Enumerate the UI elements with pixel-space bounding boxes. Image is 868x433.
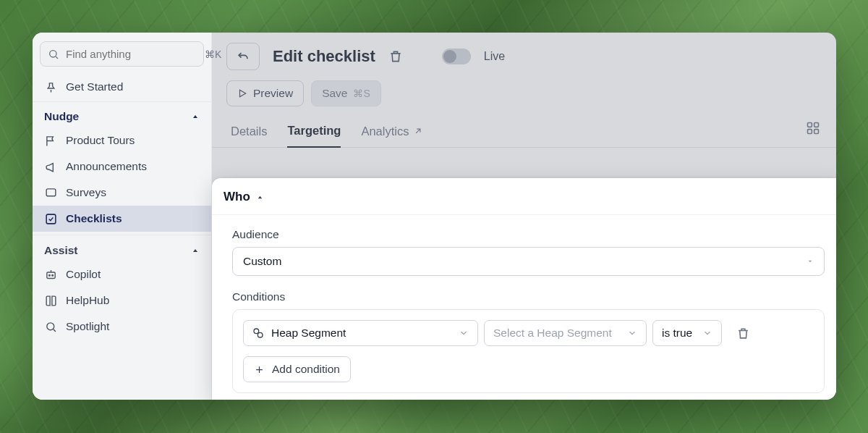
condition-row: Heap Segment Select a Heap Segment (243, 320, 814, 346)
chevron-up-icon (191, 246, 200, 255)
svg-line-8 (53, 329, 55, 331)
save-shortcut: ⌘S (353, 88, 370, 99)
svg-point-13 (254, 329, 259, 334)
conditions-label: Conditions (232, 290, 825, 303)
sidebar-item-surveys[interactable]: Surveys (33, 180, 211, 206)
sidebar-item-label: Copilot (66, 268, 101, 281)
sidebar-item-product-tours[interactable]: Product Tours (33, 127, 211, 154)
play-icon (237, 88, 247, 98)
delete-button[interactable] (388, 49, 403, 64)
tab-targeting[interactable]: Targeting (287, 124, 341, 148)
svg-point-6 (51, 274, 53, 276)
conditions-box: Heap Segment Select a Heap Segment (232, 309, 825, 393)
tab-analytics[interactable]: Analytics (361, 124, 423, 147)
sidebar-item-checklists[interactable]: Checklists (33, 206, 211, 232)
search-input[interactable]: ⌘K (40, 41, 204, 67)
chevron-down-icon (627, 328, 637, 338)
pin-icon (44, 80, 57, 93)
chevron-up-icon (191, 112, 200, 121)
svg-point-5 (48, 274, 50, 276)
sidebar-item-label: Announcements (66, 160, 147, 173)
save-button[interactable]: Save ⌘S (311, 80, 381, 106)
megaphone-icon (44, 160, 57, 173)
who-panel-header[interactable]: Who (212, 178, 836, 215)
sidebar-group-nudge[interactable]: Nudge (33, 102, 211, 127)
svg-rect-10 (814, 123, 819, 127)
chat-icon (44, 186, 57, 199)
sidebar-item-label: HelpHub (66, 294, 109, 307)
sidebar-item-label: Spotlight (66, 320, 109, 333)
select-value: Custom (243, 255, 281, 268)
svg-rect-2 (46, 188, 56, 196)
tab-label: Details (231, 125, 267, 138)
button-label: Save (322, 87, 347, 100)
book-icon (44, 294, 57, 307)
chevron-down-icon (459, 328, 469, 338)
sidebar-item-label: Product Tours (66, 134, 135, 147)
toggle-knob (443, 50, 456, 63)
svg-point-14 (258, 332, 263, 337)
svg-line-1 (56, 56, 58, 59)
live-label: Live (484, 50, 505, 63)
search-icon (44, 320, 57, 333)
search-field[interactable] (64, 47, 205, 61)
sidebar-item-label: Checklists (66, 212, 122, 225)
who-panel-body: Audience Custom Conditions (212, 215, 836, 400)
svg-point-0 (50, 50, 56, 56)
plus-icon (254, 364, 265, 375)
delete-condition-button[interactable] (736, 327, 750, 340)
tab-label: Targeting (287, 124, 341, 138)
sidebar-item-helphub[interactable]: HelpHub (33, 287, 211, 314)
external-link-icon (413, 126, 423, 136)
main-area: Edit checklist Live Preview Save ⌘S (212, 33, 836, 400)
select-placeholder: Select a Heap Segment (493, 327, 612, 340)
audience-label: Audience (232, 228, 825, 241)
condition-operator-select[interactable]: is true (652, 320, 722, 346)
svg-point-7 (46, 322, 54, 329)
flag-icon (44, 134, 57, 147)
sidebar-group-assist[interactable]: Assist (33, 235, 211, 261)
button-label: Preview (253, 87, 293, 100)
condition-type-select[interactable]: Heap Segment (243, 320, 478, 346)
chevron-up-icon (256, 193, 264, 201)
tabs: Details Targeting Analytics (212, 106, 836, 148)
heap-icon (252, 327, 264, 339)
tab-label: Analytics (361, 125, 409, 138)
audience-select[interactable]: Custom (232, 247, 825, 276)
search-icon (48, 49, 59, 60)
page-title: Edit checklist (273, 47, 375, 66)
sidebar-item-copilot[interactable]: Copilot (33, 261, 211, 287)
who-panel: Who Audience Custom Conditions (212, 178, 836, 400)
sidebar-item-spotlight[interactable]: Spotlight (33, 314, 211, 340)
svg-rect-11 (808, 130, 812, 134)
condition-segment-select[interactable]: Select a Heap Segment (484, 320, 647, 346)
panel-title: Who (224, 190, 250, 204)
tab-details[interactable]: Details (231, 124, 267, 147)
svg-rect-12 (814, 130, 819, 134)
actionbar: Preview Save ⌘S (212, 70, 836, 106)
select-value: Heap Segment (271, 327, 346, 340)
robot-icon (44, 268, 57, 281)
app-window: ⌘K Get Started Nudge Product Tours Annou… (33, 33, 836, 400)
topbar: Edit checklist Live (212, 33, 836, 70)
sidebar-item-announcements[interactable]: Announcements (33, 154, 211, 180)
svg-rect-9 (808, 123, 812, 127)
sidebar-item-get-started[interactable]: Get Started (33, 72, 211, 102)
sidebar-item-label: Get Started (66, 80, 123, 93)
select-value: is true (662, 327, 692, 340)
add-condition-button[interactable]: Add condition (243, 356, 351, 382)
sidebar-group-label: Nudge (44, 110, 79, 123)
live-toggle[interactable] (442, 49, 471, 64)
preview-button[interactable]: Preview (226, 80, 304, 106)
chevron-down-icon (702, 328, 712, 338)
button-label: Add condition (272, 363, 340, 376)
layout-toggle[interactable] (806, 121, 820, 135)
sidebar: ⌘K Get Started Nudge Product Tours Annou… (33, 33, 212, 400)
sidebar-group-label: Assist (44, 244, 78, 257)
checklist-icon (44, 212, 57, 225)
svg-rect-4 (46, 272, 54, 278)
chevron-down-icon (807, 258, 814, 265)
svg-rect-3 (46, 214, 56, 224)
sidebar-item-label: Surveys (66, 186, 106, 199)
back-button[interactable] (226, 43, 260, 70)
